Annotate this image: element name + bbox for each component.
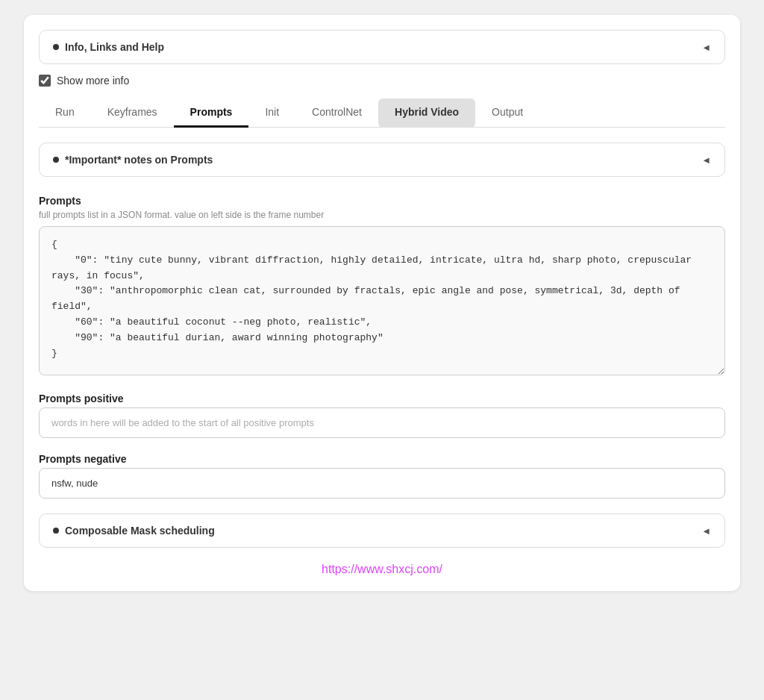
prompts-positive-input[interactable] [39, 407, 725, 438]
composable-mask-bullet [53, 528, 59, 534]
info-links-label: Info, Links and Help [65, 41, 164, 53]
composable-mask-label: Composable Mask scheduling [65, 525, 215, 537]
prompts-negative-input[interactable] [39, 468, 725, 499]
composable-mask-section[interactable]: Composable Mask scheduling ◄ [39, 513, 725, 548]
info-links-section[interactable]: Info, Links and Help ◄ [39, 30, 725, 64]
main-container: Info, Links and Help ◄ Show more info Ru… [24, 15, 740, 591]
prompts-json-description: full prompts list in a JSON format. valu… [39, 210, 725, 220]
tab-controlnet[interactable]: ControlNet [295, 99, 378, 128]
show-more-info-row: Show more info [39, 75, 725, 87]
composable-mask-arrow: ◄ [701, 525, 711, 537]
tab-prompts[interactable]: Prompts [174, 99, 249, 128]
show-more-info-checkbox[interactable] [39, 75, 51, 87]
important-notes-label: *Important* notes on Prompts [65, 154, 213, 166]
prompts-positive-group: Prompts positive [39, 393, 725, 438]
tab-hybrid-video[interactable]: Hybrid Video [378, 99, 475, 128]
prompts-positive-label: Prompts positive [39, 393, 725, 404]
important-notes-arrow: ◄ [701, 154, 711, 166]
prompts-json-label: Prompts [39, 195, 725, 207]
tab-run[interactable]: Run [39, 99, 91, 128]
tab-output[interactable]: Output [475, 99, 539, 128]
important-notes-title: *Important* notes on Prompts [53, 154, 213, 166]
prompts-json-group: Prompts full prompts list in a JSON form… [39, 195, 725, 378]
tab-keyframes[interactable]: Keyframes [91, 99, 174, 128]
footer-link[interactable]: https://www.shxcj.com/ [322, 563, 442, 575]
important-notes-section[interactable]: *Important* notes on Prompts ◄ [39, 143, 725, 177]
composable-mask-title: Composable Mask scheduling [53, 525, 215, 537]
important-notes-bullet [53, 157, 59, 163]
info-links-title: Info, Links and Help [53, 41, 164, 53]
prompts-negative-label: Prompts negative [39, 453, 725, 465]
content-area: *Important* notes on Prompts ◄ Prompts f… [39, 143, 725, 548]
show-more-info-label[interactable]: Show more info [57, 75, 129, 87]
tabs-row: Run Keyframes Prompts Init ControlNet Hy… [39, 99, 725, 128]
footer: https://www.shxcj.com/ [39, 563, 725, 576]
prompts-negative-group: Prompts negative [39, 453, 725, 499]
bullet-icon [53, 44, 59, 50]
info-links-arrow: ◄ [701, 42, 711, 53]
tab-init[interactable]: Init [248, 99, 295, 128]
prompts-json-textarea[interactable] [39, 226, 725, 375]
